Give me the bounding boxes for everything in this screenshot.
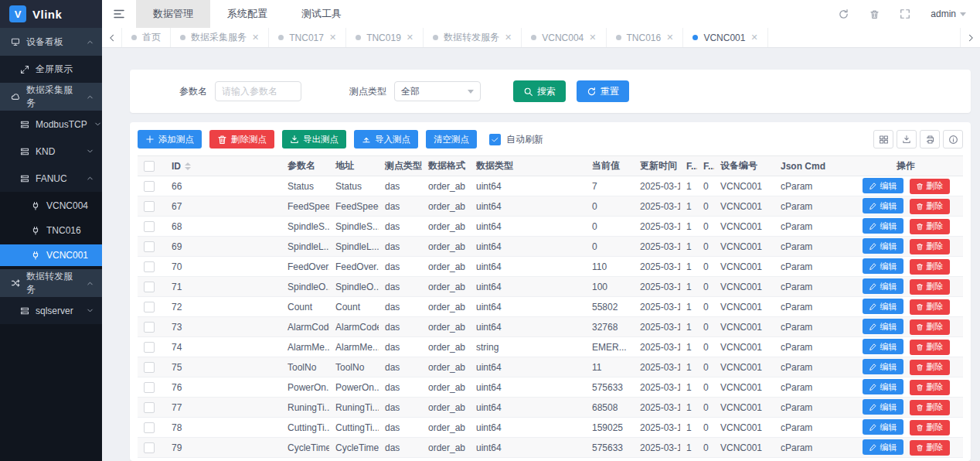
delete-button[interactable]: 删除 xyxy=(910,179,950,194)
table-cell: VCNC001 xyxy=(714,317,774,337)
edit-button[interactable]: 编辑 xyxy=(863,278,903,294)
tabs-scroll-right-icon[interactable] xyxy=(960,28,980,47)
sidebar-item-sqlserver[interactable]: sqlserver xyxy=(0,297,102,324)
delete-button[interactable]: 删除 xyxy=(910,239,950,254)
row-checkbox[interactable] xyxy=(144,302,155,312)
row-checkbox[interactable] xyxy=(144,342,155,353)
sidebar-item-vcnc001[interactable]: VCNC001 xyxy=(0,244,102,266)
col-header[interactable]: 更新时间 xyxy=(634,156,680,176)
edit-button[interactable]: 编辑 xyxy=(863,339,903,354)
delete-button[interactable]: 删除 xyxy=(910,199,950,214)
clear-points-button[interactable]: 清空测点 xyxy=(426,130,477,149)
sidebar-item-data-forward-service[interactable]: 数据转发服务 xyxy=(0,269,102,297)
row-checkbox[interactable] xyxy=(144,422,155,433)
tab-数据采集服务[interactable]: 数据采集服务✕ xyxy=(171,28,269,47)
close-icon[interactable]: ✕ xyxy=(750,32,757,43)
close-icon[interactable]: ✕ xyxy=(589,32,596,43)
row-checkbox[interactable] xyxy=(144,221,155,232)
trash-icon[interactable] xyxy=(869,9,880,19)
delete-button[interactable]: 删除 xyxy=(910,400,950,415)
refresh-icon[interactable] xyxy=(838,9,849,20)
tab-VCNC001[interactable]: VCNC001✕ xyxy=(683,28,767,47)
edit-button[interactable]: 编辑 xyxy=(863,218,903,234)
sidebar-item-device-board[interactable]: 设备看板 xyxy=(0,28,102,56)
row-checkbox[interactable] xyxy=(144,201,155,212)
tabs-scroll-left-icon[interactable] xyxy=(102,28,122,47)
delete-button[interactable]: 删除 xyxy=(910,259,950,275)
delete-button[interactable]: 删除 xyxy=(910,420,950,435)
row-checkbox[interactable] xyxy=(144,362,155,373)
edit-button[interactable]: 编辑 xyxy=(863,319,903,334)
add-point-button[interactable]: 添加测点 xyxy=(138,130,202,149)
print-icon[interactable] xyxy=(920,130,940,149)
export-points-button[interactable]: 导出测点 xyxy=(282,130,346,149)
row-checkbox[interactable] xyxy=(144,261,155,272)
fullscreen-icon[interactable] xyxy=(900,9,910,19)
sort-icon[interactable] xyxy=(185,162,191,170)
close-icon[interactable]: ✕ xyxy=(666,32,673,43)
sidebar-item-tnc016[interactable]: TNC016 xyxy=(0,220,102,241)
row-checkbox[interactable] xyxy=(144,181,155,192)
page-content: 参数名 测点类型 全部 搜索 重置 添 xyxy=(102,48,980,461)
delete-button[interactable]: 删除 xyxy=(910,299,950,315)
delete-button[interactable]: 删除 xyxy=(910,279,950,295)
row-checkbox[interactable] xyxy=(144,322,155,333)
point-type-select[interactable]: 全部 xyxy=(394,81,481,101)
close-icon[interactable]: ✕ xyxy=(329,32,336,43)
row-checkbox[interactable] xyxy=(144,442,155,453)
nav-item-system-config[interactable]: 系统配置 xyxy=(210,0,284,28)
column-settings-icon[interactable] xyxy=(873,130,893,149)
tab-TNC016[interactable]: TNC016✕ xyxy=(607,28,684,47)
tab-数据转发服务[interactable]: 数据转发服务✕ xyxy=(424,28,522,47)
edit-button[interactable]: 编辑 xyxy=(863,238,903,254)
server-icon xyxy=(20,306,29,316)
sidebar-item-knd[interactable]: KND xyxy=(0,138,102,165)
row-checkbox[interactable] xyxy=(144,382,155,393)
info-icon[interactable] xyxy=(943,130,963,149)
user-menu[interactable]: admin xyxy=(931,9,966,19)
auto-refresh-toggle[interactable]: 自动刷新 xyxy=(489,133,543,146)
close-icon[interactable]: ✕ xyxy=(407,32,413,43)
sidebar-item-fanuc[interactable]: FANUC xyxy=(0,165,102,192)
close-icon[interactable]: ✕ xyxy=(505,32,512,43)
sidebar-item-modbustcp[interactable]: ModbusTCP xyxy=(0,111,102,138)
edit-button[interactable]: 编辑 xyxy=(863,399,903,415)
auto-refresh-checkbox[interactable] xyxy=(489,134,501,145)
sidebar-item-fullscreen-display[interactable]: 全屏展示 xyxy=(0,56,102,83)
delete-button[interactable]: 删除 xyxy=(910,219,950,234)
import-points-button[interactable]: 导入测点 xyxy=(354,130,418,149)
tab-VCNC004[interactable]: VCNC004✕ xyxy=(522,28,606,47)
reset-button[interactable]: 重置 xyxy=(577,80,629,102)
edit-button[interactable]: 编辑 xyxy=(863,439,903,455)
tab-首页[interactable]: 首页 xyxy=(122,28,171,47)
delete-points-button[interactable]: 删除测点 xyxy=(209,130,274,149)
edit-button[interactable]: 编辑 xyxy=(863,178,903,193)
edit-button[interactable]: 编辑 xyxy=(863,258,903,274)
edit-button[interactable]: 编辑 xyxy=(863,198,903,213)
delete-button[interactable]: 删除 xyxy=(910,340,950,355)
delete-button[interactable]: 删除 xyxy=(910,380,950,395)
menu-collapse-icon[interactable] xyxy=(102,0,136,28)
edit-button[interactable]: 编辑 xyxy=(863,299,903,314)
row-checkbox[interactable] xyxy=(144,402,155,413)
nav-item-test-tools[interactable]: 测试工具 xyxy=(284,0,359,28)
row-checkbox[interactable] xyxy=(144,241,155,252)
edit-button[interactable]: 编辑 xyxy=(863,419,903,435)
edit-button[interactable]: 编辑 xyxy=(863,359,903,374)
sidebar-item-vcnc004[interactable]: VCNC004 xyxy=(0,195,102,217)
tab-TNC017[interactable]: TNC017✕ xyxy=(269,28,346,47)
select-all-checkbox[interactable] xyxy=(144,161,155,172)
export-table-icon[interactable] xyxy=(897,130,917,149)
sidebar-item-data-collection-service[interactable]: 数据采集服务 xyxy=(0,83,102,111)
nav-item-data-management[interactable]: 数据管理 xyxy=(136,0,210,28)
col-header[interactable]: ID xyxy=(165,156,281,176)
delete-button[interactable]: 删除 xyxy=(910,440,950,456)
param-name-input[interactable] xyxy=(215,81,301,101)
tab-TNC019[interactable]: TNC019✕ xyxy=(346,28,424,47)
edit-button[interactable]: 编辑 xyxy=(863,379,903,394)
delete-button[interactable]: 删除 xyxy=(910,319,950,335)
search-button[interactable]: 搜索 xyxy=(513,80,566,102)
delete-button[interactable]: 删除 xyxy=(910,360,950,375)
row-checkbox[interactable] xyxy=(144,282,155,292)
close-icon[interactable]: ✕ xyxy=(252,32,259,43)
